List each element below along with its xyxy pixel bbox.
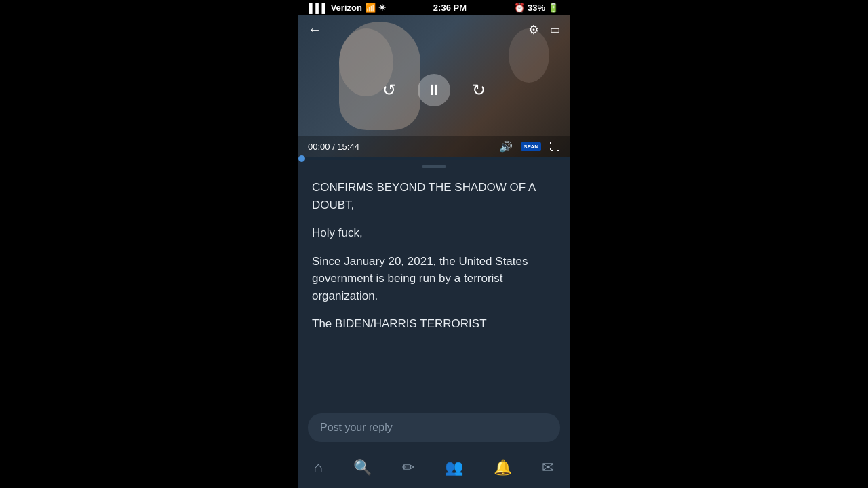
progress-bar[interactable] <box>298 157 570 160</box>
volume-button[interactable]: 🔊 <box>499 140 513 153</box>
post-text: CONFIRMS BEYOND THE SHADOW OF A DOUBT, H… <box>312 179 556 333</box>
home-icon: ⌂ <box>313 459 322 476</box>
people-icon: 👥 <box>445 459 463 476</box>
alarm-icon: ⏰ <box>514 3 525 13</box>
post-text-4: The BIDEN/HARRIS TERRORIST <box>312 315 556 333</box>
notification-icon: 🔔 <box>494 459 512 476</box>
post-text-3: Since January 20, 2021, the United State… <box>312 253 556 305</box>
extra-icon: ✳ <box>378 3 386 13</box>
cast-button[interactable]: ▭ <box>550 22 560 37</box>
nav-notifications[interactable]: 🔔 <box>494 459 512 476</box>
nav-home[interactable]: ⌂ <box>313 459 322 476</box>
status-left: ▌▌▌ Verizon 📶 ✳ <box>309 3 386 13</box>
back-button[interactable]: ← <box>308 22 321 37</box>
video-player[interactable]: ← ⚙ ▭ ↺ ⏸ ↻ 00:00 / 15:44 🔊 <box>298 15 570 157</box>
status-bar: ▌▌▌ Verizon 📶 ✳ 2:36 PM ⏰ 33% 🔋 <box>298 0 570 15</box>
reply-input-container[interactable] <box>298 407 570 449</box>
nav-search[interactable]: 🔍 <box>353 459 372 476</box>
drag-handle[interactable] <box>298 160 570 172</box>
nav-compose[interactable]: ✏ <box>402 459 414 476</box>
status-right: ⏰ 33% 🔋 <box>514 3 559 13</box>
video-top-bar: ← ⚙ ▭ <box>298 15 570 44</box>
video-timestamp: 00:00 / 15:44 <box>308 142 359 152</box>
compose-icon: ✏ <box>402 459 414 476</box>
forward-button[interactable]: ↻ <box>472 81 486 100</box>
content-area: CONFIRMS BEYOND THE SHADOW OF A DOUBT, H… <box>298 160 570 449</box>
reply-input[interactable] <box>308 413 560 442</box>
bottom-nav: ⌂ 🔍 ✏ 👥 🔔 ✉ <box>298 449 570 488</box>
progress-dot <box>298 155 305 162</box>
fullscreen-button[interactable]: ⛶ <box>549 141 560 153</box>
video-bottom-bar: 00:00 / 15:44 🔊 SPAN ⛶ <box>298 136 570 157</box>
post-text-1: CONFIRMS BEYOND THE SHADOW OF A DOUBT, <box>312 179 556 214</box>
pause-button[interactable]: ⏸ <box>418 74 450 106</box>
post-text-2: Holy fuck, <box>312 224 556 242</box>
post-content: CONFIRMS BEYOND THE SHADOW OF A DOUBT, H… <box>298 172 570 407</box>
battery-label: 33% <box>528 3 545 13</box>
span-logo: SPAN <box>521 142 541 151</box>
video-overlay: ← ⚙ ▭ ↺ ⏸ ↻ 00:00 / 15:44 🔊 <box>298 15 570 157</box>
battery-icon: 🔋 <box>548 3 559 13</box>
drag-handle-bar <box>422 165 446 168</box>
messages-icon: ✉ <box>542 459 554 476</box>
settings-button[interactable]: ⚙ <box>528 22 539 37</box>
wifi-icon: 📶 <box>365 3 376 13</box>
carrier-label: Verizon <box>331 3 362 13</box>
nav-messages[interactable]: ✉ <box>542 459 554 476</box>
phone-frame: ▌▌▌ Verizon 📶 ✳ 2:36 PM ⏰ 33% 🔋 ← ⚙ ▭ <box>298 0 570 488</box>
status-time: 2:36 PM <box>433 3 467 13</box>
video-controls: ↺ ⏸ ↻ <box>298 74 570 106</box>
nav-people[interactable]: 👥 <box>445 459 463 476</box>
video-bottom-icons: 🔊 SPAN ⛶ <box>499 140 560 153</box>
video-bottom: 00:00 / 15:44 🔊 SPAN ⛶ <box>298 136 570 157</box>
rewind-button[interactable]: ↺ <box>382 81 396 100</box>
search-icon: 🔍 <box>353 459 372 476</box>
signal-icon: ▌▌▌ <box>309 3 328 13</box>
